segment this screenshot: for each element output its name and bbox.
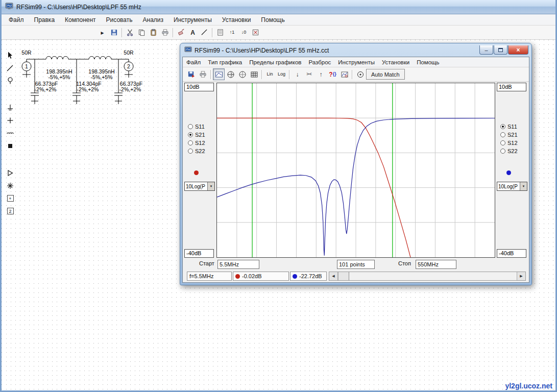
scroll-left-button[interactable]: ◀ [329, 272, 338, 280]
ic-block-tool-icon[interactable] [4, 140, 17, 152]
radio-s21-right[interactable]: S21 [500, 131, 518, 139]
table-icon[interactable] [248, 68, 260, 80]
paste-icon[interactable] [148, 27, 159, 38]
inductor-tool-icon[interactable] [4, 127, 17, 139]
main-toolbar: ▸ A ↑1 ↓0 [2, 26, 555, 40]
copy-icon[interactable] [136, 27, 148, 38]
print-icon[interactable] [159, 27, 171, 38]
meas-up-icon[interactable]: ↑1 [226, 27, 238, 38]
radio-s12-left[interactable]: S12 [188, 139, 205, 147]
child-menu-4[interactable]: Инструменты [334, 58, 378, 66]
main-menu-2[interactable]: Компонент [60, 15, 101, 24]
query-icon[interactable]: ?{} [327, 68, 338, 80]
main-window-title: RFSim99 - C:\Users\HP\Desktop\LPF 55 mHz [16, 4, 141, 11]
radio-s21-left[interactable]: S21 [188, 131, 205, 139]
marker-up-icon[interactable]: ↑ [315, 68, 327, 80]
left-bottom-limit-field[interactable]: -40dB [184, 249, 214, 258]
child-menu-3[interactable]: Разброс [305, 58, 334, 66]
auto-match-label: Auto Match [371, 71, 400, 78]
star-tool-icon[interactable] [4, 180, 17, 191]
radio-s22-right[interactable]: S22 [500, 147, 518, 155]
delete-box-icon[interactable] [250, 27, 261, 38]
chevron-down-icon[interactable]: ▼ [520, 182, 527, 190]
restore-icon [498, 48, 503, 52]
child-menu-0[interactable]: Файл [183, 58, 204, 66]
cursor-frequency-box: f=5.5MHz [187, 272, 232, 281]
linear-scale-button[interactable]: Lin [264, 68, 276, 80]
cut-icon[interactable] [124, 27, 136, 38]
inductor1-tolerance: -5%,+5% [49, 74, 70, 80]
schematic-canvas[interactable]: + 2 [2, 40, 555, 390]
left-top-limit-field[interactable]: 10dB [184, 83, 214, 91]
main-menu-5[interactable]: Инструменты [168, 15, 217, 24]
erase-icon[interactable] [175, 27, 187, 38]
junction-tool-icon[interactable] [4, 114, 17, 126]
child-menu-1[interactable]: Тип графика [204, 58, 246, 66]
auto-match-button[interactable]: Auto Match [366, 69, 405, 80]
chevron-down-icon[interactable]: ▼ [207, 182, 214, 190]
select-tool-icon[interactable] [4, 49, 17, 61]
tune-icon[interactable] [354, 68, 366, 80]
radio-s22-left[interactable]: S22 [188, 147, 205, 155]
run-icon[interactable]: ▸ [96, 27, 108, 38]
right-bottom-limit-field[interactable]: -40dB [497, 249, 526, 258]
radio-dot [500, 140, 505, 145]
main-menu-7[interactable]: Помощь [256, 15, 289, 24]
port1-impedance-label: 50R [21, 50, 32, 56]
export-icon[interactable] [185, 68, 197, 80]
rect-plot-icon[interactable] [213, 68, 225, 80]
scrollbar-thumb[interactable] [338, 272, 349, 280]
spread-analysis-icon[interactable] [338, 68, 350, 80]
close-button[interactable]: × [508, 45, 528, 55]
radio-s11-left[interactable]: S11 [188, 122, 205, 131]
scroll-right-button[interactable]: ▶ [517, 272, 525, 280]
smith-chart-icon[interactable] [225, 68, 236, 80]
text-tool-glyph: A [190, 29, 195, 36]
status-row: f=5.5MHz -0.02dB -22.72dB ◀ ▶ [183, 271, 529, 282]
save-icon[interactable] [108, 27, 120, 38]
log-scale-button[interactable]: Log [276, 68, 287, 80]
main-menu-1[interactable]: Правка [29, 15, 60, 24]
main-menu-3[interactable]: Рисовать [101, 15, 138, 24]
restore-button[interactable] [494, 45, 507, 55]
frequency-scrollbar[interactable]: ◀ ▶ [329, 272, 526, 281]
main-menu-0[interactable]: Файл [4, 15, 29, 24]
calculator-icon[interactable] [214, 27, 226, 38]
meas-down-icon[interactable]: ↓0 [238, 27, 250, 38]
left-format-dropdown[interactable]: 10Log(P ▼ [184, 182, 215, 191]
main-menu-6[interactable]: Установки [217, 15, 256, 24]
child-menu-2[interactable]: Пределы графиков [246, 58, 305, 66]
stop-frequency-field[interactable]: 550MHz [416, 260, 456, 269]
main-menu-4[interactable]: Анализ [138, 15, 169, 24]
ground-tool-icon[interactable] [4, 102, 17, 113]
schematic-drawing[interactable]: 50R 50R 1 2 198.395nH -5%,+5% 198.395nH … [18, 48, 143, 109]
radio-s12-right[interactable]: S12 [500, 139, 518, 147]
marker-down-glyph: ↓ [296, 71, 299, 78]
marker-down-icon[interactable]: ↓ [292, 68, 303, 80]
polar-chart-icon[interactable] [236, 68, 248, 80]
radio-s11-right[interactable]: S11 [500, 122, 518, 131]
start-frequency-field[interactable]: 5.5MHz [217, 260, 259, 269]
child-menu-5[interactable]: Установки [378, 58, 413, 66]
polygon-tool-icon[interactable] [4, 167, 17, 179]
page2-tool-icon[interactable]: 2 [4, 205, 17, 217]
child-titlebar[interactable]: RFSim99 - C:\Users\HP\Desktop\LPF 55 mHz… [182, 43, 529, 57]
line-tool-icon[interactable] [199, 27, 210, 38]
add-box-tool-icon[interactable]: + [4, 192, 17, 204]
child-menu-6[interactable]: Помощь [413, 58, 443, 66]
marker-span-icon[interactable]: >< [303, 68, 315, 80]
scroll-left-glyph: ◀ [332, 274, 334, 278]
right-top-limit-field[interactable]: 10dB [497, 83, 526, 91]
sparameter-graph[interactable] [216, 83, 495, 258]
right-format-dropdown[interactable]: 10Log(P ▼ [497, 182, 527, 191]
text-tool-icon[interactable]: A [187, 27, 199, 38]
port2-number: 2 [127, 63, 130, 69]
minimize-button[interactable]: – [479, 45, 493, 55]
points-field[interactable]: 101 points [337, 260, 375, 269]
print-icon[interactable] [197, 68, 209, 80]
minimize-glyph: – [485, 47, 488, 53]
main-titlebar[interactable]: RFSim99 - C:\Users\HP\Desktop\LPF 55 mHz [2, 0, 555, 14]
child-window-title: RFSim99 - C:\Users\HP\Desktop\LPF 55 mHz… [195, 47, 477, 54]
port-tool-icon[interactable] [4, 75, 17, 86]
wire-tool-icon[interactable] [4, 62, 17, 74]
